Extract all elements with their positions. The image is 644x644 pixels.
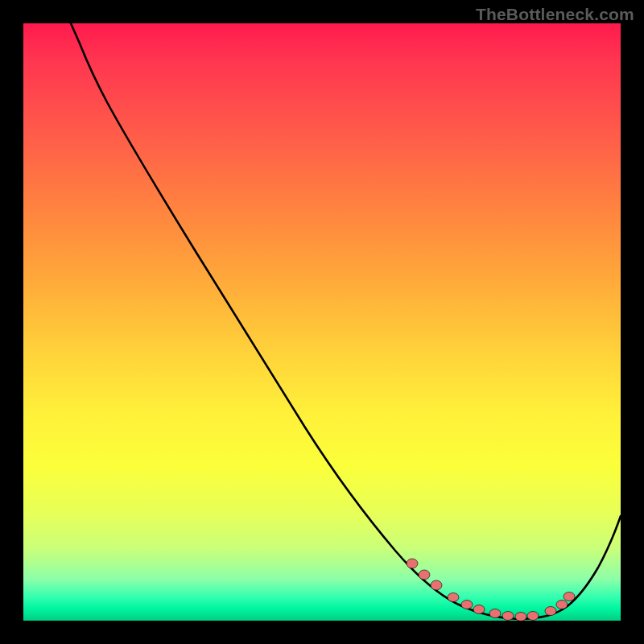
attribution-text: TheBottleneck.com [476,5,634,24]
marker-dot [564,592,575,601]
marker-dot [527,612,539,621]
marker-dot [419,570,430,580]
marker-dot [448,593,459,602]
marker-group [407,559,575,621]
plot-area [23,23,621,621]
bottleneck-curve [71,23,621,619]
marker-dot [489,609,501,618]
curve-layer [23,23,621,621]
chart-stage: TheBottleneck.com [0,0,644,644]
marker-dot [461,601,473,609]
marker-dot [545,607,556,616]
marker-dot [502,612,514,621]
marker-dot [515,613,526,621]
marker-dot [407,559,418,568]
marker-dot [473,605,485,614]
marker-dot [431,580,442,590]
marker-dot [556,601,568,609]
